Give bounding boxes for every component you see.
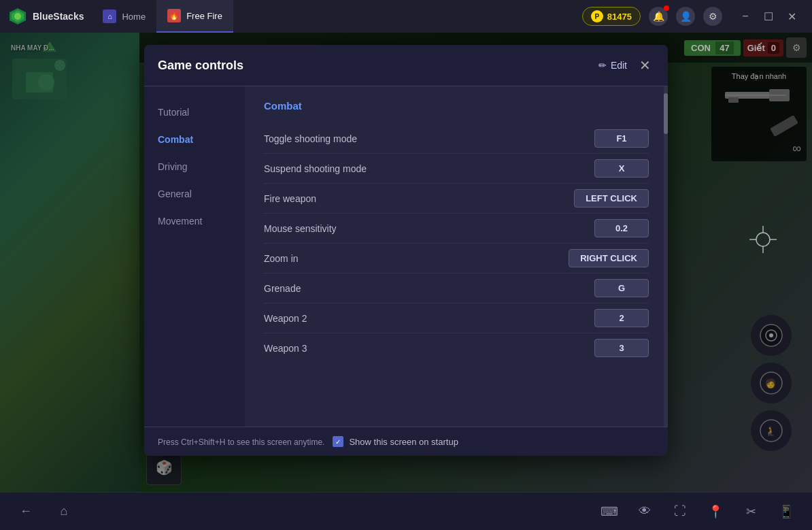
taskbar-eye-button[interactable]: 👁 — [632, 499, 657, 524]
home-icon: ⌂ — [61, 504, 68, 518]
control-label-suspend-shooting: Suspend shooting mode — [264, 163, 594, 174]
taskbar-expand-button[interactable]: ⛶ — [668, 499, 692, 524]
control-row-fire-weapon: Fire weaponLEFT CLICK — [264, 184, 649, 214]
coin-icon: P — [591, 10, 603, 22]
modal-nav: Tutorial Combat Driving General Movement — [144, 86, 245, 427]
edit-button[interactable]: ✏ Edit — [598, 60, 627, 71]
nav-combat[interactable]: Combat — [144, 127, 245, 152]
minimize-button[interactable]: − — [736, 7, 755, 26]
key-badge-mouse-sensitivity[interactable]: 0.2 — [594, 219, 649, 237]
window-controls: − ☐ ✕ — [736, 7, 801, 26]
taskbar-right: ⌨ 👁 ⛶ 📍 ✂ 📱 — [597, 499, 798, 524]
modal-close-button[interactable]: ✕ — [635, 56, 654, 75]
game-controls-modal: Game controls ✏ Edit ✕ Tutorial Combat D… — [144, 45, 668, 456]
taskbar-keyboard-button[interactable]: ⌨ — [597, 499, 622, 524]
back-icon: ← — [20, 504, 32, 518]
nav-general[interactable]: General — [144, 182, 245, 206]
control-label-fire-weapon: Fire weapon — [264, 193, 574, 204]
account-button[interactable]: 👤 — [676, 7, 695, 26]
key-badge-weapon-3[interactable]: 3 — [594, 339, 649, 357]
taskbar-left: ← ⌂ — [14, 499, 76, 524]
app-name: BlueStacks — [33, 11, 84, 22]
title-bar: BlueStacks ⌂ Home 🔥 Free Fire P 81475 🔔 … — [0, 0, 812, 33]
coin-display: P 81475 — [582, 7, 641, 26]
nav-driving[interactable]: Driving — [144, 154, 245, 179]
footer-hint-text: Press Ctrl+Shift+H to see this screen an… — [158, 437, 324, 447]
modal-header-right: ✏ Edit ✕ — [598, 56, 654, 75]
control-label-mouse-sensitivity: Mouse sensitivity — [264, 223, 594, 234]
controls-list: Toggle shooting modeF1Suspend shooting m… — [264, 124, 649, 363]
startup-label: Show this screen on startup — [349, 437, 458, 447]
coin-amount: 81475 — [607, 12, 632, 22]
bluestacks-logo-area: BlueStacks — [0, 7, 92, 26]
control-label-toggle-shooting: Toggle shooting mode — [264, 133, 594, 144]
footer-hint: Press Ctrl+Shift+H to see this screen an… — [158, 435, 324, 448]
home-tab[interactable]: ⌂ Home — [92, 0, 156, 33]
key-badge-fire-weapon[interactable]: LEFT CLICK — [574, 189, 649, 208]
control-row-toggle-shooting: Toggle shooting modeF1 — [264, 124, 649, 154]
modal-body: Tutorial Combat Driving General Movement… — [144, 86, 668, 427]
control-row-grenade: GrenadeG — [264, 274, 649, 303]
dialog-overlay: Game controls ✏ Edit ✕ Tutorial Combat D… — [0, 33, 812, 492]
control-row-weapon-2: Weapon 22 — [264, 303, 649, 333]
close-button[interactable]: ✕ — [782, 7, 801, 26]
home-tab-label: Home — [122, 12, 146, 22]
key-badge-suspend-shooting[interactable]: X — [594, 159, 649, 178]
svg-point-2 — [14, 13, 21, 20]
taskbar: ← ⌂ ⌨ 👁 ⛶ 📍 ✂ 📱 — [0, 492, 812, 530]
game-tab-label: Free Fire — [186, 11, 222, 21]
scroll-track[interactable] — [664, 86, 668, 427]
control-row-suspend-shooting: Suspend shooting modeX — [264, 154, 649, 184]
settings-button[interactable]: ⚙ — [703, 7, 722, 26]
nav-movement[interactable]: Movement — [144, 209, 245, 233]
control-row-mouse-sensitivity: Mouse sensitivity0.2 — [264, 214, 649, 244]
edit-label: Edit — [611, 60, 627, 71]
scroll-thumb[interactable] — [664, 93, 668, 134]
control-row-zoom-in: Zoom inRIGHT CLICK — [264, 244, 649, 274]
control-label-weapon-2: Weapon 2 — [264, 313, 594, 324]
key-badge-toggle-shooting[interactable]: F1 — [594, 129, 649, 148]
taskbar-phone-button[interactable]: 📱 — [774, 499, 798, 524]
taskbar-location-button[interactable]: 📍 — [703, 499, 728, 524]
control-label-zoom-in: Zoom in — [264, 253, 569, 264]
taskbar-home-button[interactable]: ⌂ — [52, 499, 76, 524]
modal-title: Game controls — [158, 59, 243, 73]
bs-logo-icon — [8, 7, 27, 26]
notification-bell[interactable]: 🔔 — [649, 7, 668, 26]
startup-checkbox-row: ✓ Show this screen on startup — [333, 436, 458, 447]
maximize-button[interactable]: ☐ — [759, 7, 778, 26]
taskbar-back-button[interactable]: ← — [14, 499, 38, 524]
startup-checkbox[interactable]: ✓ — [333, 436, 343, 447]
control-row-weapon-3: Weapon 33 — [264, 333, 649, 363]
key-badge-grenade[interactable]: G — [594, 279, 649, 297]
modal-header: Game controls ✏ Edit ✕ — [144, 45, 668, 86]
tab-area: ⌂ Home 🔥 Free Fire — [92, 0, 581, 33]
section-title: Combat — [264, 100, 649, 112]
game-tab-icon: 🔥 — [167, 9, 181, 22]
edit-icon: ✏ — [598, 60, 607, 71]
taskbar-scissors-button[interactable]: ✂ — [739, 499, 763, 524]
title-bar-right: P 81475 🔔 👤 ⚙ − ☐ ✕ — [582, 7, 812, 26]
notification-badge — [664, 5, 669, 11]
game-tab[interactable]: 🔥 Free Fire — [156, 0, 233, 33]
control-label-weapon-3: Weapon 3 — [264, 343, 594, 354]
control-label-grenade: Grenade — [264, 283, 594, 294]
modal-content-area: Combat Toggle shooting modeF1Suspend sho… — [245, 86, 668, 427]
key-badge-zoom-in[interactable]: RIGHT CLICK — [569, 249, 649, 267]
modal-footer: Press Ctrl+Shift+H to see this screen an… — [144, 427, 668, 456]
nav-tutorial[interactable]: Tutorial — [144, 100, 245, 125]
key-badge-weapon-2[interactable]: 2 — [594, 309, 649, 327]
home-tab-icon: ⌂ — [103, 10, 116, 23]
